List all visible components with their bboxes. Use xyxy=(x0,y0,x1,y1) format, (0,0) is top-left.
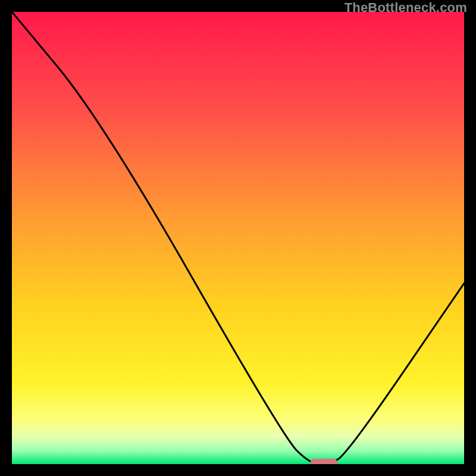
optimal-marker xyxy=(311,459,338,464)
chart-svg xyxy=(12,12,464,464)
watermark-text: TheBottleneck.com xyxy=(345,0,467,15)
gradient-background xyxy=(12,12,464,464)
chart-frame xyxy=(12,12,464,464)
